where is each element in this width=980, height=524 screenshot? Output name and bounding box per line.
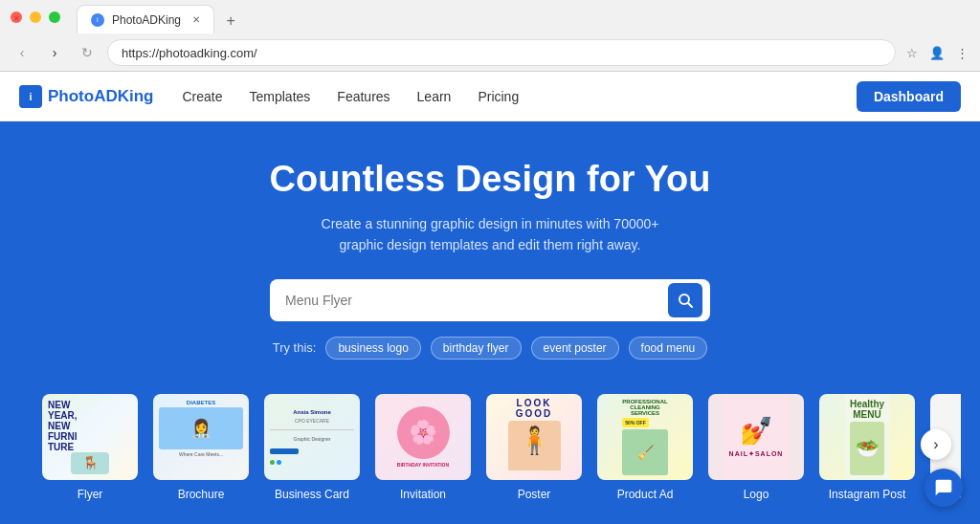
tab-bar: i PhotoADKing ✕ +: [69, 1, 251, 33]
chat-icon: [934, 478, 953, 497]
title-bar: ✕ i PhotoADKing ✕ +: [0, 0, 980, 34]
template-label-productad: Product Ad: [617, 488, 674, 501]
template-item-poster[interactable]: LOOKGOOD 🧍 Poster: [482, 394, 586, 501]
nav-link-create[interactable]: Create: [182, 89, 222, 104]
next-templates-button[interactable]: ›: [921, 428, 951, 459]
address-bar[interactable]: https://photoadking.com/: [107, 39, 896, 66]
back-button[interactable]: ‹: [10, 40, 34, 65]
logo-icon: i: [19, 85, 42, 108]
tab-title: PhotoADKing: [112, 13, 181, 27]
template-item-brochure[interactable]: DIABETES 👩‍⚕️ Where Care Meets... Brochu…: [149, 394, 253, 501]
template-item-invitation[interactable]: 🌸 BIRTHDAY INVITATION Invitation: [371, 394, 475, 501]
new-tab-button[interactable]: +: [218, 9, 243, 33]
template-thumb-productad: PROFESSIONALCLEANINGSERVICES 50% OFF 🧹: [597, 394, 693, 480]
template-item-productad[interactable]: PROFESSIONALCLEANINGSERVICES 50% OFF 🧹 P…: [593, 394, 697, 501]
svg-line-5: [688, 303, 692, 307]
tag-business-logo[interactable]: business logo: [325, 337, 420, 360]
svg-text:✕: ✕: [13, 14, 20, 23]
forward-button[interactable]: ›: [42, 40, 67, 65]
tag-birthday-flyer[interactable]: birthday flyer: [431, 337, 522, 360]
minimize-window-button[interactable]: [29, 11, 42, 24]
nav-link-pricing[interactable]: Pricing: [478, 89, 519, 104]
template-thumb-bizcard: Ansia Simone CPO EYECARE Graphic Designe…: [264, 394, 360, 480]
reload-button[interactable]: ↻: [75, 40, 100, 65]
tag-food-menu[interactable]: food menu: [629, 337, 708, 360]
window-controls: ✕: [10, 11, 61, 24]
url-text: https://photoadking.com/: [122, 46, 257, 60]
template-item-instagram[interactable]: HealthyMENU 🥗 Instagram Post: [815, 394, 919, 501]
template-label-flyer: Flyer: [78, 488, 103, 501]
template-label-invitation: Invitation: [400, 488, 446, 501]
browser-chrome: ✕ i PhotoADKing ✕ + ‹ › ↻ https://photoa…: [0, 0, 980, 72]
website-content: i PhotoADKing Create Templates Features …: [0, 72, 980, 524]
nav-link-learn[interactable]: Learn: [417, 89, 452, 104]
nav-link-features[interactable]: Features: [337, 89, 390, 104]
template-thumb-poster: LOOKGOOD 🧍: [486, 394, 582, 480]
template-label-poster: Poster: [518, 488, 551, 501]
search-icon: [678, 293, 693, 308]
try-this-row: Try this: business logo birthday flyer e…: [19, 337, 961, 360]
template-label-logo: Logo: [744, 488, 769, 501]
tab-favicon: i: [91, 13, 104, 27]
nav-links: Create Templates Features Learn Pricing: [182, 89, 856, 104]
template-thumb-invitation: 🌸 BIRTHDAY INVITATION: [375, 394, 471, 480]
template-thumb-instagram: HealthyMENU 🥗: [819, 394, 915, 480]
dashboard-button[interactable]: Dashboard: [857, 81, 961, 112]
template-item-bizcard[interactable]: Ansia Simone CPO EYECARE Graphic Designe…: [260, 394, 364, 501]
bookmark-icon[interactable]: ☆: [903, 44, 921, 61]
template-label-brochure: Brochure: [178, 488, 225, 501]
svg-point-2: [30, 11, 41, 23]
chat-button[interactable]: [924, 469, 963, 507]
profile-icon[interactable]: 👤: [928, 44, 946, 61]
logo-text: PhotoADKing: [48, 87, 153, 106]
svg-point-3: [49, 11, 60, 23]
hero-subtitle: Create a stunning graphic design in minu…: [19, 213, 961, 256]
hero-section: Countless Design for You Create a stunni…: [0, 121, 980, 524]
templates-row: NEWYEAR,NEWFURNITURE 🪑 Flyer DIABETES 👩‍…: [19, 384, 961, 511]
template-item-flyer[interactable]: NEWYEAR,NEWFURNITURE 🪑 Flyer: [38, 394, 142, 501]
maximize-window-button[interactable]: [48, 11, 61, 24]
template-label-instagram: Instagram Post: [829, 488, 906, 501]
site-logo[interactable]: i PhotoADKing: [19, 85, 153, 108]
template-label-bizcard: Business Card: [275, 488, 349, 501]
menu-icon[interactable]: ⋮: [953, 44, 970, 61]
nav-link-templates[interactable]: Templates: [250, 89, 311, 104]
template-item-logo[interactable]: 💅 NAIL✦SALON Logo: [704, 394, 808, 501]
try-this-label: Try this:: [273, 340, 317, 355]
template-thumb-brochure: DIABETES 👩‍⚕️ Where Care Meets...: [153, 394, 249, 480]
search-bar-container: [270, 279, 710, 321]
site-nav: i PhotoADKing Create Templates Features …: [0, 72, 980, 121]
browser-toolbar-icons: ☆ 👤 ⋮: [903, 44, 970, 61]
hero-title: Countless Design for You: [19, 160, 961, 200]
template-thumb-logo: 💅 NAIL✦SALON: [708, 394, 804, 480]
tab-close-button[interactable]: ✕: [192, 14, 200, 25]
tag-event-poster[interactable]: event poster: [531, 337, 619, 360]
template-thumb-flyer: NEWYEAR,NEWFURNITURE 🪑: [42, 394, 138, 480]
search-input[interactable]: [285, 293, 668, 308]
search-button[interactable]: [668, 283, 702, 317]
active-tab[interactable]: i PhotoADKing ✕: [77, 5, 214, 33]
close-window-button[interactable]: ✕: [10, 11, 23, 24]
address-bar-row: ‹ › ↻ https://photoadking.com/ ☆ 👤 ⋮: [0, 34, 980, 71]
